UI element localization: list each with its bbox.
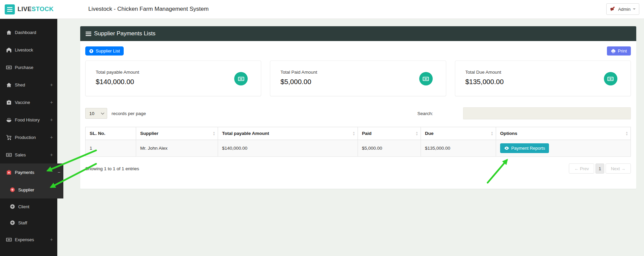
- banknote-icon: [419, 72, 433, 85]
- table-row: 1 Mr. John Alex $140,000.00 $5,000.00 $1…: [86, 140, 631, 157]
- print-button[interactable]: Print: [607, 46, 631, 56]
- table-header-row: SL. No. Supplier▲▼ Total payable Amount▲…: [86, 127, 631, 140]
- search-label: Search:: [417, 111, 433, 116]
- sort-icon[interactable]: ▲▼: [491, 131, 493, 136]
- page-number-button[interactable]: 1: [595, 163, 604, 174]
- sidebar-toggle-button[interactable]: [5, 4, 15, 14]
- supplier-payments-table: SL. No. Supplier▲▼ Total payable Amount▲…: [85, 127, 631, 157]
- printer-icon: [611, 49, 616, 53]
- banknote-icon: [604, 72, 617, 85]
- rooster-icon: [610, 6, 616, 12]
- total-due-card: Total Due Amount $135,000.00: [455, 61, 631, 96]
- column-header-sl-no[interactable]: SL. No.: [86, 127, 136, 140]
- column-header-due[interactable]: Due▲▼: [421, 127, 496, 140]
- card-label: Total payable Amount: [96, 70, 251, 75]
- cell-paid: $5,000.00: [358, 140, 421, 157]
- panel-header-bar: Supplier Payments Lists: [80, 26, 636, 41]
- sidebar-item-sales[interactable]: Sales +: [0, 146, 57, 163]
- sidebar-item-shed[interactable]: Shed +: [0, 76, 57, 94]
- card-value: $140,000.00: [96, 78, 251, 86]
- main-content: Supplier Payments Lists Supplier List: [57, 19, 644, 256]
- card-label: Total Due Amount: [465, 70, 620, 75]
- sort-icon[interactable]: ▲▼: [416, 131, 418, 136]
- panel-body: Supplier List Print Total payable Amount…: [80, 41, 636, 189]
- sidebar-item-purchase[interactable]: Purchase: [0, 59, 57, 76]
- panel-title: Supplier Payments Lists: [94, 30, 155, 37]
- search-area: Search:: [417, 107, 631, 119]
- showing-entries-text: Showing 1 to 1 of 1 entries: [85, 166, 139, 171]
- sidebar-item-vaccine[interactable]: Vaccine +: [0, 94, 57, 111]
- arrow-right-circle-icon: [10, 220, 15, 225]
- arrow-right-circle-icon: [10, 187, 15, 192]
- column-header-supplier[interactable]: Supplier▲▼: [136, 127, 218, 140]
- supplier-list-button[interactable]: Supplier List: [85, 46, 124, 56]
- sidebar: Dashboard Livestock Purchase Shed + Vacc…: [0, 19, 57, 256]
- payment-reports-button[interactable]: Payment Reports: [500, 143, 549, 153]
- home-icon: [6, 30, 12, 35]
- supplier-list-label: Supplier List: [96, 48, 120, 53]
- sidebar-subitem-staff[interactable]: Staff: [0, 215, 57, 231]
- eye-icon: [504, 146, 509, 151]
- card-label: Total Paid Amount: [280, 70, 435, 75]
- column-header-total-payable[interactable]: Total payable Amount▲▼: [218, 127, 358, 140]
- sidebar-item-payments[interactable]: Payments −: [0, 163, 63, 181]
- banknote-icon: [6, 237, 12, 243]
- cell-due: $135,000.00: [421, 140, 496, 157]
- hamburger-menu-icon: [7, 7, 12, 12]
- barn-icon: [6, 47, 12, 53]
- payment-reports-label: Payment Reports: [511, 146, 545, 151]
- records-per-page-label: records per page: [112, 111, 146, 116]
- sort-icon[interactable]: ▲▼: [352, 131, 355, 136]
- arrow-up-circle-icon: [89, 49, 94, 53]
- medical-bag-icon: [6, 100, 12, 105]
- payments-submenu: Supplier: [0, 181, 63, 198]
- logo-prefix: LIVE: [18, 6, 32, 12]
- next-page-button[interactable]: Next →: [606, 163, 631, 174]
- sidebar-subitem-supplier[interactable]: Supplier: [0, 182, 63, 198]
- print-label: Print: [618, 48, 627, 53]
- action-buttons-row: Supplier List Print: [85, 46, 631, 56]
- supplier-payments-panel: Supplier Payments Lists Supplier List: [80, 26, 636, 189]
- card-value: $135,000.00: [465, 78, 620, 86]
- home-icon: [6, 82, 12, 88]
- records-per-page-value: 10: [89, 111, 94, 116]
- medical-bag-icon: [6, 170, 12, 175]
- menu-icon: [86, 32, 91, 36]
- cell-options: Payment Reports: [496, 140, 631, 157]
- table-controls-row: 10 records per page Search:: [85, 107, 631, 119]
- sort-icon[interactable]: ▲▼: [625, 131, 628, 136]
- admin-label: Admin: [618, 7, 631, 12]
- topbar: LIVESTOCK Livestock - Chicken Farm Manag…: [0, 0, 644, 19]
- food-bowl-icon: [6, 117, 12, 123]
- sidebar-item-production[interactable]: Production +: [0, 129, 57, 146]
- cell-total-payable: $140,000.00: [218, 140, 358, 157]
- caret-down-icon: [633, 8, 636, 10]
- pagination: ← Prev 1 Next →: [569, 163, 631, 174]
- sidebar-item-livestock[interactable]: Livestock: [0, 41, 57, 59]
- cell-supplier: Mr. John Alex: [136, 140, 218, 157]
- cart-icon: [6, 135, 12, 140]
- total-paid-card: Total Paid Amount $5,000.00: [270, 61, 446, 96]
- sidebar-subitem-client[interactable]: Client: [0, 198, 57, 215]
- banknote-icon: [6, 65, 12, 70]
- cell-sl-no: 1: [86, 140, 136, 157]
- admin-dropdown-button[interactable]: Admin: [606, 3, 639, 15]
- sidebar-item-expenses[interactable]: Expenses +: [0, 231, 57, 248]
- banknote-icon: [6, 152, 12, 158]
- column-header-options[interactable]: Options▲▼: [496, 127, 631, 140]
- total-payable-card: Total payable Amount $140,000.00: [85, 61, 261, 96]
- arrow-right-circle-icon: [10, 204, 15, 209]
- sort-icon[interactable]: ▲▼: [213, 131, 215, 136]
- search-input[interactable]: [463, 107, 631, 119]
- sidebar-item-food-history[interactable]: Food History +: [0, 111, 57, 129]
- records-per-page-select[interactable]: 10: [85, 108, 107, 119]
- sidebar-item-dashboard[interactable]: Dashboard: [0, 24, 57, 41]
- page-title: Livestock - Chicken Farm Management Syst…: [88, 6, 209, 12]
- app-window: LIVESTOCK Livestock - Chicken Farm Manag…: [0, 0, 644, 256]
- app-logo: LIVESTOCK: [18, 6, 54, 13]
- column-header-paid[interactable]: Paid▲▼: [358, 127, 421, 140]
- chevron-down-icon: [101, 111, 104, 114]
- logo-suffix: STOCK: [32, 6, 54, 12]
- card-value: $5,000.00: [280, 78, 435, 86]
- prev-page-button[interactable]: ← Prev: [569, 163, 594, 174]
